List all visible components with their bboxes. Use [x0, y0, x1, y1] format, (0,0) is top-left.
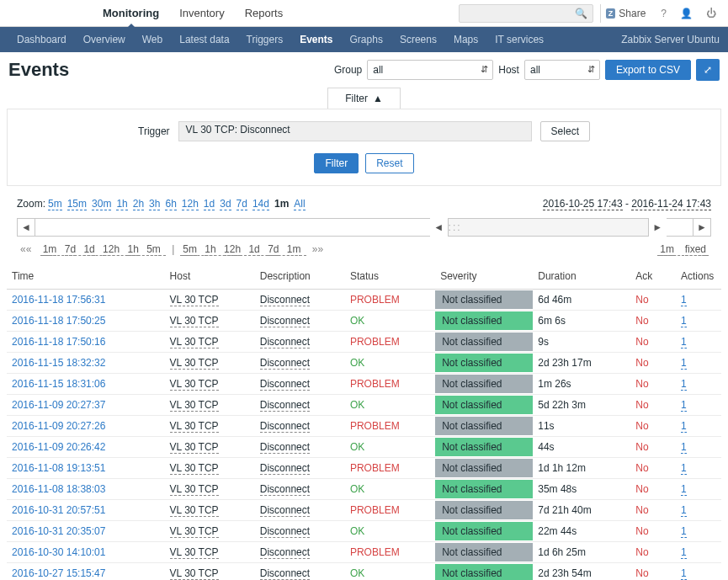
event-actions[interactable]: 1 [676, 542, 721, 563]
event-host[interactable]: VL 30 TCP [165, 437, 255, 458]
event-actions[interactable]: 1 [676, 290, 721, 311]
quick-right-1h[interactable]: 1h [205, 243, 215, 256]
event-time[interactable]: 2016-11-09 20:27:26 [7, 416, 165, 437]
sub-tab-dashboard[interactable]: Dashboard [8, 27, 75, 52]
quick-left-12h[interactable]: 12h [103, 243, 120, 256]
event-ack[interactable]: No [630, 437, 676, 458]
event-desc[interactable]: Disconnect [255, 458, 345, 479]
event-ack[interactable]: No [630, 332, 676, 353]
quick-fixed[interactable]: fixed [685, 243, 706, 256]
filter-tab[interactable]: Filter▲ [327, 88, 401, 109]
quick-left-7d[interactable]: 7d [65, 243, 76, 256]
event-desc[interactable]: Disconnect [255, 374, 345, 395]
zoom-3h[interactable]: 3h [149, 198, 160, 210]
zoom-6h[interactable]: 6h [165, 198, 176, 210]
event-ack[interactable]: No [630, 290, 676, 311]
event-host[interactable]: VL 30 TCP [165, 332, 255, 353]
event-time[interactable]: 2016-10-27 15:15:47 [7, 563, 165, 581]
slider-left-outer[interactable]: ◄ [17, 218, 35, 237]
top-tab-monitoring[interactable]: Monitoring [93, 0, 169, 27]
sub-tab-overview[interactable]: Overview [75, 27, 134, 52]
filter-apply-button[interactable]: Filter [314, 153, 359, 173]
event-actions[interactable]: 1 [676, 311, 721, 332]
select-trigger-button[interactable]: Select [540, 121, 590, 141]
zoom-3d[interactable]: 3d [220, 198, 231, 210]
top-tab-inventory[interactable]: Inventory [169, 0, 234, 27]
event-time[interactable]: 2016-10-31 20:57:51 [7, 500, 165, 521]
zoom-7d[interactable]: 7d [236, 198, 247, 210]
filter-reset-button[interactable]: Reset [365, 153, 413, 173]
slider-track[interactable]: ◄:::► [35, 218, 693, 237]
event-ack[interactable]: No [630, 353, 676, 374]
event-actions[interactable]: 1 [676, 521, 721, 542]
forward-icon[interactable]: »» [312, 243, 323, 255]
event-desc[interactable]: Disconnect [255, 353, 345, 374]
event-desc[interactable]: Disconnect [255, 479, 345, 500]
event-host[interactable]: VL 30 TCP [165, 521, 255, 542]
col-host[interactable]: Host [165, 263, 255, 290]
event-host[interactable]: VL 30 TCP [165, 353, 255, 374]
slider-left-inner[interactable]: ◄ [430, 218, 449, 237]
search-input[interactable]: 🔍 [459, 4, 593, 23]
slider-handle[interactable]: ◄:::► [430, 219, 667, 236]
event-actions[interactable]: 1 [676, 374, 721, 395]
quick-left-5m[interactable]: 5m [146, 243, 161, 256]
slider-right-outer[interactable]: ► [693, 218, 711, 237]
zoom-15m[interactable]: 15m [67, 198, 87, 210]
event-desc[interactable]: Disconnect [255, 542, 345, 563]
fullscreen-button[interactable]: ⤢ [696, 59, 720, 81]
date-from[interactable]: 2016-10-25 17:43 [543, 198, 623, 210]
event-time[interactable]: 2016-11-18 17:56:31 [7, 290, 165, 311]
quick-left-1h[interactable]: 1h [127, 243, 138, 256]
event-time[interactable]: 2016-11-15 18:32:32 [7, 353, 165, 374]
zoom-12h[interactable]: 12h [182, 198, 199, 210]
event-ack[interactable]: No [630, 395, 676, 416]
event-ack[interactable]: No [630, 521, 676, 542]
event-time[interactable]: 2016-11-18 17:50:16 [7, 332, 165, 353]
event-actions[interactable]: 1 [676, 479, 721, 500]
sub-tab-triggers[interactable]: Triggers [238, 27, 292, 52]
event-ack[interactable]: No [630, 542, 676, 563]
quick-right-1m[interactable]: 1m [287, 243, 301, 256]
event-ack[interactable]: No [630, 563, 676, 581]
event-actions[interactable]: 1 [676, 395, 721, 416]
zoom-1d[interactable]: 1d [204, 198, 215, 210]
event-desc[interactable]: Disconnect [255, 395, 345, 416]
col-time[interactable]: Time [7, 263, 165, 290]
quick-left-1d[interactable]: 1d [83, 243, 94, 256]
event-actions[interactable]: 1 [676, 458, 721, 479]
sub-tab-it-services[interactable]: IT services [486, 27, 552, 52]
event-host[interactable]: VL 30 TCP [165, 479, 255, 500]
trigger-input[interactable]: VL 30 TCP: Disconnect [178, 121, 532, 141]
event-time[interactable]: 2016-10-31 20:35:07 [7, 521, 165, 542]
event-host[interactable]: VL 30 TCP [165, 416, 255, 437]
event-actions[interactable]: 1 [676, 416, 721, 437]
zoom-1m[interactable]: 1m [274, 198, 289, 210]
date-to[interactable]: 2016-11-24 17:43 [631, 198, 711, 210]
sub-tab-graphs[interactable]: Graphs [342, 27, 391, 52]
export-csv-button[interactable]: Export to CSV [605, 60, 691, 80]
event-time[interactable]: 2016-10-30 14:10:01 [7, 542, 165, 563]
zoom-All[interactable]: All [294, 198, 305, 210]
host-select[interactable]: all [524, 60, 600, 80]
quick-range-val[interactable]: 1m [660, 243, 674, 256]
event-ack[interactable]: No [630, 458, 676, 479]
quick-left-1m[interactable]: 1m [43, 243, 57, 256]
event-desc[interactable]: Disconnect [255, 500, 345, 521]
event-time[interactable]: 2016-11-08 19:13:51 [7, 458, 165, 479]
event-host[interactable]: VL 30 TCP [165, 311, 255, 332]
power-icon[interactable]: ⏻ [703, 8, 720, 19]
event-host[interactable]: VL 30 TCP [165, 563, 255, 581]
event-time[interactable]: 2016-11-09 20:27:37 [7, 395, 165, 416]
sub-tab-web[interactable]: Web [134, 27, 171, 52]
quick-right-1d[interactable]: 1d [248, 243, 259, 256]
event-actions[interactable]: 1 [676, 563, 721, 581]
event-desc[interactable]: Disconnect [255, 521, 345, 542]
sub-tab-latest-data[interactable]: Latest data [171, 27, 237, 52]
quick-right-7d[interactable]: 7d [268, 243, 279, 256]
event-desc[interactable]: Disconnect [255, 416, 345, 437]
quick-right-5m[interactable]: 5m [183, 243, 197, 256]
zoom-5m[interactable]: 5m [48, 198, 62, 210]
event-host[interactable]: VL 30 TCP [165, 542, 255, 563]
event-time[interactable]: 2016-11-18 17:50:25 [7, 311, 165, 332]
